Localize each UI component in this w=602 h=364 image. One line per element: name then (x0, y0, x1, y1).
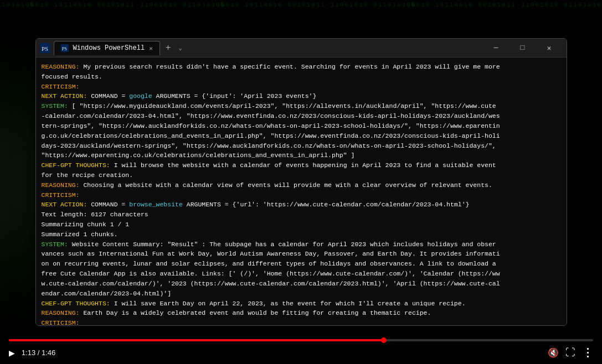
line-system-1c: tern-springs", "https://www.aucklandfork… (42, 121, 561, 131)
time-total: 1:46 (42, 349, 55, 357)
tab-area: PS Windows PowerShell ✕ + ⌄ (54, 41, 483, 55)
close-button[interactable]: ✕ (537, 39, 562, 58)
time-display: 1:13 / 1:46 (22, 349, 55, 357)
line-system-2b: vances such as International Fun at Work… (42, 249, 561, 259)
new-tab-button[interactable]: + (162, 43, 174, 53)
tab-title: Windows PowerShell (73, 44, 145, 52)
tab-dropdown-button[interactable]: ⌄ (176, 44, 184, 51)
video-controls[interactable]: ▶ 1:13 / 1:46 🔇 ⛶ ⋮ (0, 335, 602, 364)
time-separator: / (35, 349, 42, 357)
line-reasoning-2: REASONING: Choosing a website with a cal… (42, 180, 561, 190)
line-chefgpt-2: CHEF-GPT THOUGHTS: I will save Earth Day… (42, 299, 561, 309)
line-system-2: SYSTEM: Website Content Summary: "Result… (42, 240, 561, 249)
tab-close-button[interactable]: ✕ (149, 45, 153, 52)
line-system-2e: w.cute-calendar.com/calendar/)', '2023 (… (42, 279, 561, 289)
fullscreen-button[interactable]: ⛶ (565, 347, 575, 358)
tab-icon: PS (61, 44, 69, 52)
mute-button[interactable]: 🔇 (548, 347, 559, 358)
svg-text:PS: PS (42, 45, 48, 52)
line-next-action-2: NEXT ACTION: COMMAND = browse_website AR… (42, 200, 561, 210)
line-reasoning-3: REASONING: Earth Day is a widely celebra… (42, 308, 561, 318)
line-reasoning-1b: focused results. (42, 72, 561, 82)
line-summarizing: Summarizing chunk 1 / 1 (42, 220, 561, 230)
line-criticism-2: CRITICISM: (42, 190, 561, 200)
line-textlen: Text length: 6127 characters (42, 210, 561, 220)
maximize-button[interactable]: □ (510, 39, 536, 58)
app-icon: PS (40, 43, 50, 53)
line-system-2c: on on recurring events, lunar and solar … (42, 259, 561, 269)
active-tab[interactable]: PS Windows PowerShell ✕ (54, 41, 160, 55)
line-system-1f: "https://www.eparenting.co.uk/celebratio… (42, 150, 561, 160)
minimize-button[interactable]: ─ (483, 39, 509, 58)
line-system-1e: days-2023/auckland/western-springs", "ht… (42, 141, 561, 151)
powershell-window: PS PS Windows PowerShell ✕ + ⌄ ─ □ ✕ (35, 38, 567, 326)
line-summarized: Summarized 1 chunks. (42, 230, 561, 240)
time-current: 1:13 (22, 349, 35, 357)
line-system-1d: g.co.uk/celebrations/celebrations_and_ev… (42, 131, 561, 141)
play-button[interactable]: ▶ (9, 347, 15, 359)
terminal-body: REASONING: My previous search results di… (36, 58, 567, 325)
line-system-1: SYSTEM: [ "https://www.myguideauckland.c… (42, 101, 561, 111)
line-reasoning-1: REASONING: My previous search results di… (42, 62, 561, 72)
line-system-1b: -calendar.com/calendar/2023-04.html", "h… (42, 111, 561, 121)
line-criticism-1: CRITICISM: (42, 82, 561, 92)
line-criticism-3: CRITICISM: (42, 318, 561, 325)
titlebar: PS PS Windows PowerShell ✕ + ⌄ ─ □ ✕ (36, 39, 567, 58)
progress-bar[interactable] (9, 339, 593, 341)
controls-row: ▶ 1:13 / 1:46 🔇 ⛶ ⋮ (9, 346, 593, 360)
line-chefgpt-1: CHEF-GPT THOUGHTS: I will browse the web… (42, 160, 561, 170)
line-system-2d: free Cute Calendar App is also available… (42, 269, 561, 279)
svg-text:PS: PS (61, 46, 67, 51)
video-container: PS PS Windows PowerShell ✕ + ⌄ ─ □ ✕ (0, 0, 602, 364)
line-chefgpt-1b: for the recipe creation. (42, 170, 561, 180)
progress-fill (9, 339, 384, 341)
window-controls: ─ □ ✕ (483, 39, 562, 58)
line-system-2f: endar.com/calendar/2023-04.html)'] (42, 289, 561, 299)
more-options-button[interactable]: ⋮ (582, 346, 593, 360)
controls-right: 🔇 ⛶ ⋮ (548, 346, 593, 360)
line-next-action-1: NEXT ACTION: COMMAND = google ARGUMENTS … (42, 91, 561, 101)
